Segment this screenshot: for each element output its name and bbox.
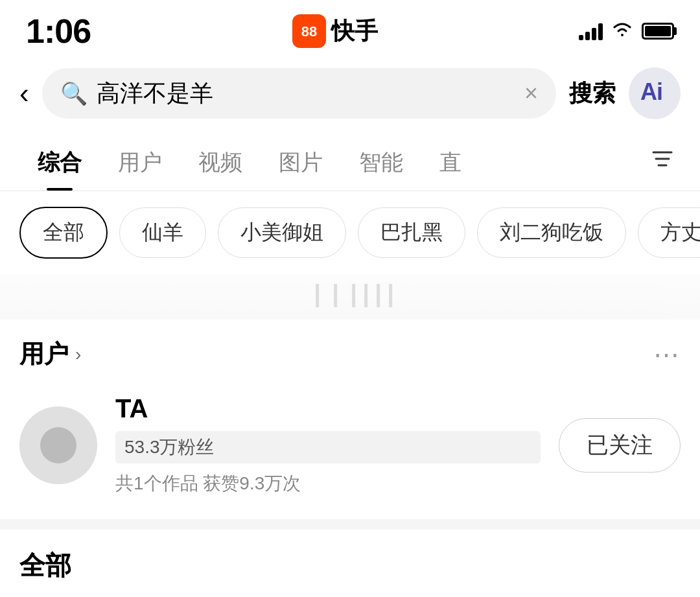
- tab-用户[interactable]: 用户: [100, 132, 180, 191]
- search-button[interactable]: 搜索: [569, 78, 616, 110]
- all-section: 全部: [0, 530, 700, 597]
- user-card: TA 53.3万粉丝 共1个作品 获赞9.3万次 已关注: [0, 381, 700, 519]
- user-stats: 共1个作品 获赞9.3万次: [115, 471, 541, 496]
- tab-智能[interactable]: 智能: [341, 132, 421, 191]
- search-input[interactable]: [97, 80, 515, 107]
- user-name: TA: [115, 394, 541, 423]
- status-bar: 1:06 88 快手: [0, 0, 700, 57]
- all-section-title: 全部: [19, 551, 71, 579]
- follow-button[interactable]: 已关注: [559, 418, 681, 473]
- chip-方丈[interactable]: 方丈: [638, 207, 700, 258]
- user-section-title[interactable]: 用户 ›: [19, 338, 81, 371]
- watermark-area: ┃ ┃ ┃┃┃┃: [0, 274, 700, 320]
- signal-icon: [579, 22, 603, 40]
- user-section-more[interactable]: ⋯: [653, 340, 681, 369]
- avatar[interactable]: [19, 406, 97, 484]
- search-icon: 🔍: [60, 80, 88, 106]
- chip-刘二狗吃饭[interactable]: 刘二狗吃饭: [477, 207, 626, 258]
- status-icons: [579, 20, 674, 42]
- ai-button-label: Ai: [638, 78, 671, 110]
- separator: [0, 519, 700, 530]
- wifi-icon: [612, 20, 633, 42]
- tab-视频[interactable]: 视频: [180, 132, 261, 191]
- ai-button[interactable]: Ai: [629, 67, 681, 119]
- search-area: ‹ 🔍 × 搜索 Ai: [0, 57, 700, 132]
- avatar-image: [40, 427, 76, 463]
- user-fans-badge: 53.3万粉丝: [115, 431, 541, 463]
- filter-icon[interactable]: [644, 134, 681, 189]
- svg-text:Ai: Ai: [640, 78, 662, 105]
- app-name: 快手: [331, 16, 378, 47]
- battery-icon: [642, 23, 674, 40]
- user-section-arrow: ›: [75, 344, 81, 365]
- app-title: 88 快手: [292, 14, 378, 48]
- chip-仙羊[interactable]: 仙羊: [119, 207, 206, 258]
- tab-bar: 综合 用户 视频 图片 智能 直: [0, 132, 700, 191]
- clear-button[interactable]: ×: [524, 80, 538, 107]
- tab-直[interactable]: 直: [421, 132, 480, 191]
- tab-综合[interactable]: 综合: [19, 132, 100, 191]
- svg-text:┃ ┃ ┃┃┃┃: ┃ ┃ ┃┃┃┃: [311, 284, 397, 307]
- tab-图片[interactable]: 图片: [261, 132, 341, 191]
- filter-chips: 全部 仙羊 小美御姐 巴扎黑 刘二狗吃饭 方丈: [0, 191, 700, 274]
- back-button[interactable]: ‹: [19, 79, 29, 108]
- chip-巴扎黑[interactable]: 巴扎黑: [358, 207, 465, 258]
- user-info: TA 53.3万粉丝 共1个作品 获赞9.3万次: [115, 394, 541, 496]
- chip-小美御姐[interactable]: 小美御姐: [218, 207, 346, 258]
- chip-全部[interactable]: 全部: [19, 207, 108, 259]
- app-icon: 88: [292, 14, 326, 48]
- search-box: 🔍 ×: [42, 68, 556, 119]
- user-section-header: 用户 › ⋯: [0, 320, 700, 381]
- svg-text:88: 88: [301, 23, 316, 40]
- status-time: 1:06: [26, 12, 91, 51]
